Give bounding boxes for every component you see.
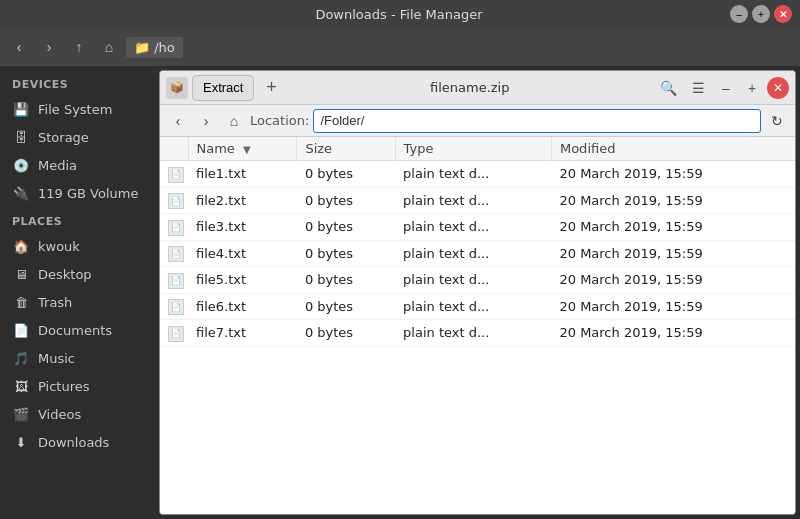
sidebar-item-file-system[interactable]: 💾File System (0, 95, 155, 123)
fm-search-button[interactable]: 🔍 (655, 75, 681, 101)
table-row[interactable]: 📄 file7.txt 0 bytes plain text d... 20 M… (160, 320, 795, 347)
maximize-button[interactable]: + (752, 5, 770, 23)
sidebar-item-music[interactable]: 🎵Music (0, 344, 155, 372)
table-row[interactable]: 📄 file3.txt 0 bytes plain text d... 20 M… (160, 214, 795, 241)
fm-home-button[interactable]: ⌂ (222, 109, 246, 133)
fm-location-label: Location: (250, 113, 309, 128)
file-icon: 📄 (168, 273, 184, 289)
music-icon: 🎵 (12, 349, 30, 367)
th-name[interactable]: Name ▼ (188, 137, 297, 161)
file-type: plain text d... (395, 187, 551, 214)
minimize-button[interactable]: – (730, 5, 748, 23)
table-row[interactable]: 📄 file6.txt 0 bytes plain text d... 20 M… (160, 293, 795, 320)
file-size: 0 bytes (297, 161, 395, 188)
fm-menu-button[interactable]: ☰ (685, 75, 711, 101)
sidebar-item-videos[interactable]: 🎬Videos (0, 400, 155, 428)
file-name: file4.txt (188, 240, 297, 267)
file-size: 0 bytes (297, 320, 395, 347)
file-size: 0 bytes (297, 214, 395, 241)
file-icon: 📄 (168, 167, 184, 183)
file-icon-cell: 📄 (160, 187, 188, 214)
sidebar-item-media[interactable]: 💿Media (0, 151, 155, 179)
sidebar-item-desktop[interactable]: 🖥Desktop (0, 260, 155, 288)
extract-button[interactable]: Extract (192, 75, 254, 101)
file-modified: 20 March 2019, 15:59 (551, 320, 795, 347)
sidebar-item-downloads[interactable]: ⬇Downloads (0, 428, 155, 456)
close-button[interactable]: ✕ (774, 5, 792, 23)
back-button[interactable]: ‹ (6, 34, 32, 60)
th-modified[interactable]: Modified (551, 137, 795, 161)
sidebar-label-documents: Documents (38, 323, 112, 338)
sidebar-item-kwouk[interactable]: 🏠kwouk (0, 232, 155, 260)
fm-refresh-button[interactable]: ↻ (765, 109, 789, 133)
content-area: DEVICES 💾File System🗄Storage💿Media🔌119 G… (0, 66, 800, 519)
forward-button[interactable]: › (36, 34, 62, 60)
sidebar-item-trash[interactable]: 🗑Trash (0, 288, 155, 316)
sidebar-label-videos: Videos (38, 407, 81, 422)
fm-forward-button[interactable]: › (194, 109, 218, 133)
fm-back-button[interactable]: ‹ (166, 109, 190, 133)
th-icon (160, 137, 188, 161)
fm-filelist: Name ▼ Size Type Modified (160, 137, 795, 514)
file-name: file7.txt (188, 320, 297, 347)
file-name: file5.txt (188, 267, 297, 294)
home-button[interactable]: ⌂ (96, 34, 122, 60)
fm-navbar: ‹ › ⌂ Location: ↻ (160, 105, 795, 137)
fm-location-input[interactable] (313, 109, 761, 133)
title-bar-controls: – + ✕ (730, 5, 792, 23)
sidebar-label-music: Music (38, 351, 75, 366)
table-row[interactable]: 📄 file2.txt 0 bytes plain text d... 20 M… (160, 187, 795, 214)
sidebar-label-media: Media (38, 158, 77, 173)
file-icon-cell: 📄 (160, 214, 188, 241)
sidebar-devices: 💾File System🗄Storage💿Media🔌119 GB Volume (0, 95, 155, 207)
file-size: 0 bytes (297, 267, 395, 294)
sidebar-item-storage[interactable]: 🗄Storage (0, 123, 155, 151)
file-icon: 📄 (168, 299, 184, 315)
file-icon-cell: 📄 (160, 240, 188, 267)
file-modified: 20 March 2019, 15:59 (551, 161, 795, 188)
file-type: plain text d... (395, 320, 551, 347)
sidebar-label-downloads: Downloads (38, 435, 109, 450)
file-icon-cell: 📄 (160, 267, 188, 294)
fm-zip-icon: 📦 (166, 77, 188, 99)
volume-icon: 🔌 (12, 184, 30, 202)
file-size: 0 bytes (297, 240, 395, 267)
outer-window: Downloads - File Manager – + ✕ ‹ › ↑ ⌂ 📁… (0, 0, 800, 519)
devices-section-label: DEVICES (0, 70, 155, 95)
sidebar-item-pictures[interactable]: 🖼Pictures (0, 372, 155, 400)
add-tab-button[interactable]: + (258, 75, 284, 101)
sidebar-label-file-system: File System (38, 102, 112, 117)
fm-table-body: 📄 file1.txt 0 bytes plain text d... 20 M… (160, 161, 795, 347)
file-icon-cell: 📄 (160, 293, 188, 320)
file-size: 0 bytes (297, 187, 395, 214)
desktop-icon: 🖥 (12, 265, 30, 283)
th-type[interactable]: Type (395, 137, 551, 161)
file-icon: 📄 (168, 326, 184, 342)
sidebar-item-documents[interactable]: 📄Documents (0, 316, 155, 344)
trash-icon: 🗑 (12, 293, 30, 311)
sidebar-label-pictures: Pictures (38, 379, 89, 394)
file-name: file3.txt (188, 214, 297, 241)
table-row[interactable]: 📄 file4.txt 0 bytes plain text d... 20 M… (160, 240, 795, 267)
table-row[interactable]: 📄 file1.txt 0 bytes plain text d... 20 M… (160, 161, 795, 188)
pictures-icon: 🖼 (12, 377, 30, 395)
file-icon-cell: 📄 (160, 320, 188, 347)
up-button[interactable]: ↑ (66, 34, 92, 60)
fm-table: Name ▼ Size Type Modified (160, 137, 795, 347)
file-icon: 📄 (168, 193, 184, 209)
fm-minimize-button[interactable]: – (715, 77, 737, 99)
sidebar-label-trash: Trash (38, 295, 72, 310)
sidebar: DEVICES 💾File System🗄Storage💿Media🔌119 G… (0, 66, 155, 519)
file-type: plain text d... (395, 161, 551, 188)
fm-close-button[interactable]: ✕ (767, 77, 789, 99)
file-icon: 📄 (168, 220, 184, 236)
sidebar-label-storage: Storage (38, 130, 89, 145)
sidebar-item-volume[interactable]: 🔌119 GB Volume (0, 179, 155, 207)
th-size[interactable]: Size (297, 137, 395, 161)
fm-table-header: Name ▼ Size Type Modified (160, 137, 795, 161)
file-size: 0 bytes (297, 293, 395, 320)
file-type: plain text d... (395, 293, 551, 320)
fm-maximize-button[interactable]: + (741, 77, 763, 99)
media-icon: 💿 (12, 156, 30, 174)
table-row[interactable]: 📄 file5.txt 0 bytes plain text d... 20 M… (160, 267, 795, 294)
